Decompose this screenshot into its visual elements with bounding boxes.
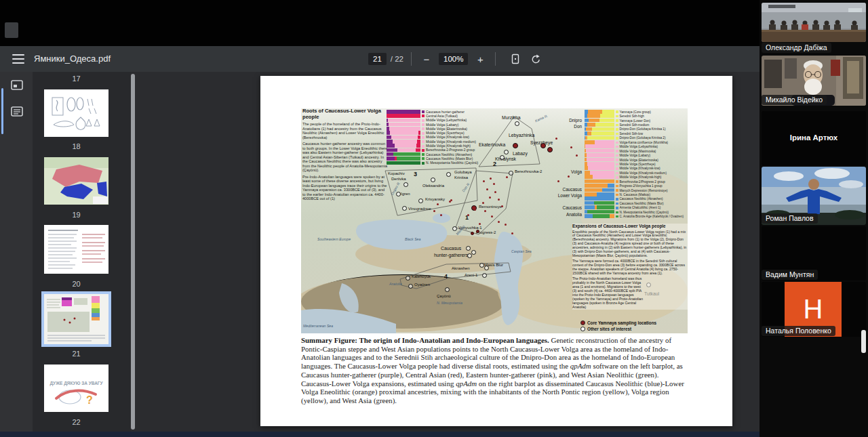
red-dot-marker	[437, 203, 439, 205]
bar-row	[387, 140, 420, 144]
map-label: 4	[444, 273, 448, 280]
map-label: hunter-gatherers	[434, 253, 468, 257]
red-dot-marker	[555, 138, 557, 140]
thumb-page-number: 22	[33, 418, 120, 426]
participant-name: Олександр Дабіжа	[762, 43, 831, 53]
map-label: Ekaterinovka	[479, 142, 505, 147]
zoom-out-button[interactable]: −	[419, 54, 434, 65]
minimized-window-thumb[interactable]	[5, 22, 18, 38]
thumbnail-page-18[interactable]	[44, 89, 108, 137]
other-site-marker	[500, 155, 505, 160]
red-dot-marker	[491, 215, 493, 217]
roots-para: Pre-Indo-Anatolian languages were spoken…	[302, 175, 388, 201]
group-label: Caucasus	[563, 205, 582, 210]
map-label: Black Sea	[405, 237, 420, 241]
group-label: Caucasus	[563, 187, 582, 192]
rotate-icon[interactable]	[528, 51, 544, 67]
thumbnail-page-20[interactable]	[44, 225, 108, 274]
other-site-marker	[452, 226, 457, 231]
map-key-label: Core Yamnaya sampling locations	[587, 320, 656, 325]
bar-row	[387, 131, 420, 135]
map-label: Vinogradnoe	[408, 207, 431, 211]
bar-row	[585, 149, 614, 153]
zoom-in-button[interactable]: +	[473, 54, 488, 65]
red-dot-marker	[498, 199, 500, 201]
page-number-input[interactable]: 21	[368, 53, 387, 65]
map-label: Golubaya	[454, 170, 472, 174]
thumbnail-scrollbar[interactable]	[131, 74, 135, 430]
other-site-marker	[396, 192, 401, 196]
participant-name: Наталья Половенко	[762, 326, 835, 336]
bar-row	[387, 123, 420, 127]
participant-video-oleksandr[interactable]	[762, 3, 866, 42]
thumbnail-page-21-selected[interactable]	[44, 294, 108, 344]
bar-row	[585, 153, 614, 157]
red-dot-marker	[450, 199, 452, 201]
bar-row	[585, 114, 614, 118]
other-site-marker	[479, 263, 484, 268]
red-dot-marker	[479, 223, 481, 225]
bar-row	[585, 131, 614, 136]
group-label: Lower Volga	[558, 193, 582, 198]
bar-row	[585, 127, 614, 131]
bar-row	[585, 214, 614, 218]
red-dot-marker	[482, 202, 484, 204]
fit-page-icon[interactable]	[507, 51, 524, 67]
thumb-22-text: ДУЖЕ ДЯКУЮ ЗА УВАГУ	[44, 381, 108, 386]
participants-scrollbar[interactable]	[861, 330, 866, 353]
legend-row: Middle Volga (Khvalynsk-medium)	[422, 140, 478, 144]
red-dot-marker	[493, 183, 495, 185]
legend-row: Caucasus Neolithic (Masis Blur)	[422, 157, 478, 161]
other-site-marker	[466, 246, 471, 251]
other-site-marker	[509, 171, 513, 175]
map-label: Krivyansky	[425, 197, 445, 201]
map-label: Caucasus	[441, 246, 461, 251]
outline-view-icon[interactable]	[11, 106, 23, 117]
figure-caption: Summary Figure: The origin of Indo-Anato…	[301, 336, 688, 405]
map-label: Krinitsa	[454, 175, 468, 180]
classroom-video	[762, 3, 866, 42]
map-label: Southeastern Europe	[317, 237, 351, 241]
bar-row	[585, 158, 614, 162]
legend-row: C. Anatolia Bronze Age (Kalehöyük / Ovaö…	[616, 215, 684, 219]
svg-text:?: ?	[86, 394, 93, 406]
right-barplot	[585, 110, 614, 219]
zoom-level[interactable]: 100%	[439, 53, 468, 65]
thumbnails-view-icon[interactable]	[11, 80, 23, 91]
roots-title: Roots of Caucasus-Lower Volga people	[302, 108, 388, 120]
bar-row	[387, 136, 420, 140]
expansions-panel: Expansions of Caucasus-Lower Volga peopl…	[572, 224, 688, 310]
menu-icon[interactable]	[12, 54, 24, 64]
bar-row	[585, 166, 614, 170]
red-dot-marker	[494, 191, 496, 193]
other-site-marker	[504, 150, 509, 154]
sidebar-rail	[0, 72, 33, 432]
red-dot-marker	[501, 205, 503, 207]
red-dot-marker	[505, 224, 507, 226]
bar-row	[585, 136, 614, 140]
map-label: Oleksandria	[422, 184, 444, 188]
other-site-marker	[471, 250, 476, 255]
other-site-marker	[445, 287, 450, 292]
other-site-marker-icon	[580, 327, 585, 331]
map-label: 2	[493, 161, 496, 167]
red-dot-marker	[440, 214, 442, 216]
page-total: / 22	[391, 55, 403, 63]
bar-row	[585, 175, 614, 179]
thumbnail-page-22[interactable]: ? ДУЖЕ ДЯКУЮ ЗА УВАГУ	[44, 365, 108, 412]
legend-row: N. Mesopotamia Neolithic (Çayönü)	[422, 161, 478, 165]
bar-row	[387, 114, 420, 118]
pdf-viewer-canvas[interactable]: Roots of Caucasus-Lower Volga people The…	[136, 72, 760, 432]
bar-row	[585, 192, 614, 196]
map-label: 3	[414, 171, 417, 178]
thumbnail-page-19[interactable]	[44, 157, 108, 205]
other-site-marker	[402, 206, 407, 211]
bar-row	[585, 188, 614, 192]
caption-qpadm: qpAdm	[570, 362, 591, 370]
other-site-marker	[403, 182, 408, 187]
other-site-marker	[482, 273, 487, 278]
avatar-initial: Н	[804, 294, 823, 325]
pdf-page-21: Roots of Caucasus-Lower Volga people The…	[260, 76, 732, 426]
bar-row	[585, 123, 614, 127]
roots-panel: Roots of Caucasus-Lower Volga people The…	[302, 108, 388, 201]
